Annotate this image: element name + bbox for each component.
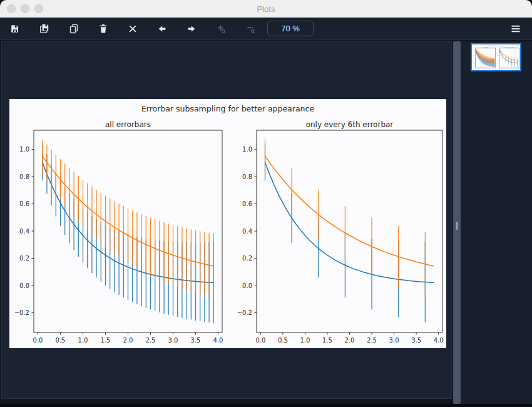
svg-text:2.0: 2.0 <box>485 68 486 70</box>
svg-text:0.6: 0.6 <box>242 200 252 207</box>
svg-text:0.2: 0.2 <box>498 60 499 61</box>
svg-text:0.8: 0.8 <box>498 53 499 54</box>
svg-text:all errorbars: all errorbars <box>105 120 151 129</box>
window-bottom-edge <box>0 404 532 407</box>
svg-text:2.5: 2.5 <box>146 337 156 344</box>
svg-text:Errorbar subsampling for bette: Errorbar subsampling for better appearan… <box>141 104 314 113</box>
errorbar-chart: Errorbar subsampling for better appearan… <box>9 99 446 348</box>
svg-text:0.4: 0.4 <box>19 228 29 235</box>
svg-text:1.0: 1.0 <box>474 49 475 51</box>
plot-list-sidebar: Errorbar subsampling for better appearan… <box>461 41 532 404</box>
arrow-right-icon <box>186 23 197 34</box>
svg-text:4.0: 4.0 <box>213 337 223 344</box>
svg-text:2.0: 2.0 <box>123 337 133 344</box>
svg-text:0.0: 0.0 <box>255 337 265 344</box>
svg-text:0.4: 0.4 <box>242 228 252 235</box>
svg-text:1.0: 1.0 <box>498 49 499 51</box>
svg-text:4.0: 4.0 <box>434 337 444 344</box>
svg-text:3.0: 3.0 <box>513 68 514 70</box>
svg-text:0.2: 0.2 <box>474 60 475 61</box>
minimize-window-button[interactable] <box>21 4 29 13</box>
svg-text:Errorbar subsampling for bette: Errorbar subsampling for better appearan… <box>487 46 505 47</box>
svg-text:0.6: 0.6 <box>498 55 499 56</box>
next-plot-button[interactable] <box>176 18 206 39</box>
svg-text:0.5: 0.5 <box>478 68 479 70</box>
svg-text:0.5: 0.5 <box>501 68 503 70</box>
titlebar: Plots <box>0 0 532 18</box>
svg-text:0.8: 0.8 <box>19 173 29 180</box>
svg-text:0.0: 0.0 <box>242 282 252 289</box>
plots-window: Plots <box>0 0 532 407</box>
svg-text:0.0: 0.0 <box>33 337 43 344</box>
svg-text:0.6: 0.6 <box>19 200 29 207</box>
svg-text:3.5: 3.5 <box>516 68 517 70</box>
svg-text:4.0: 4.0 <box>518 68 519 70</box>
copy-icon <box>68 23 79 34</box>
trash-icon <box>98 23 109 34</box>
save-button[interactable] <box>0 18 29 39</box>
window-title: Plots <box>257 4 275 14</box>
zoom-in-button[interactable] <box>206 18 235 39</box>
previous-plot-button[interactable] <box>147 18 176 39</box>
svg-text:−0.2: −0.2 <box>14 309 29 316</box>
save-all-button[interactable] <box>29 18 59 39</box>
svg-text:1.0: 1.0 <box>300 337 310 344</box>
svg-text:0.4: 0.4 <box>474 58 475 59</box>
svg-text:3.5: 3.5 <box>492 68 493 70</box>
arrow-left-icon <box>156 23 168 34</box>
maximize-window-button[interactable] <box>34 4 43 13</box>
svg-text:1.5: 1.5 <box>506 68 508 70</box>
zoom-level-input[interactable]: 70 % <box>267 21 314 36</box>
svg-text:1.5: 1.5 <box>101 337 111 344</box>
save-icon <box>9 23 21 34</box>
svg-text:0.0: 0.0 <box>499 68 500 70</box>
svg-text:1.0: 1.0 <box>19 146 29 153</box>
close-window-button[interactable] <box>7 4 16 13</box>
svg-text:−0.2: −0.2 <box>237 309 252 316</box>
svg-text:0.5: 0.5 <box>56 337 66 344</box>
svg-text:1.0: 1.0 <box>242 146 252 153</box>
svg-text:0.6: 0.6 <box>474 55 475 56</box>
toolbar: 70 % <box>0 18 532 40</box>
menu-button[interactable] <box>502 18 529 39</box>
svg-text:3.0: 3.0 <box>168 337 178 344</box>
matplotlib-figure: Errorbar subsampling for better appearan… <box>9 99 446 348</box>
zoom-out-button[interactable] <box>235 18 265 39</box>
svg-text:1.0: 1.0 <box>480 68 481 70</box>
svg-text:3.5: 3.5 <box>191 337 201 344</box>
svg-text:4.0: 4.0 <box>494 68 496 70</box>
svg-text:0.0: 0.0 <box>498 63 499 64</box>
plot-canvas-panel: Errorbar subsampling for better appearan… <box>1 41 452 399</box>
svg-text:only every 6th errorbar: only every 6th errorbar <box>306 120 394 129</box>
svg-text:1.0: 1.0 <box>504 68 505 70</box>
zoom-out-icon <box>245 23 256 34</box>
svg-text:3.0: 3.0 <box>389 337 399 344</box>
svg-text:2.5: 2.5 <box>367 337 377 344</box>
panel-splitter[interactable] <box>453 41 461 404</box>
svg-text:1.5: 1.5 <box>483 68 484 70</box>
delete-button[interactable] <box>88 18 118 39</box>
zoom-level-value: 70 % <box>281 24 300 33</box>
svg-text:1.5: 1.5 <box>322 337 332 344</box>
delete-all-button[interactable] <box>118 18 147 39</box>
svg-text:0.2: 0.2 <box>19 255 29 262</box>
zoom-in-icon <box>215 23 227 34</box>
copy-button[interactable] <box>59 18 88 39</box>
svg-text:0.4: 0.4 <box>498 58 499 59</box>
svg-text:−0.2: −0.2 <box>473 66 475 67</box>
svg-text:2.5: 2.5 <box>511 68 512 70</box>
svg-text:2.0: 2.0 <box>345 337 355 344</box>
plot-thumbnail-preview: Errorbar subsampling for better appearan… <box>473 45 519 70</box>
svg-text:0.0: 0.0 <box>475 68 476 70</box>
window-controls <box>7 0 43 18</box>
clear-all-icon <box>127 23 138 34</box>
svg-text:1.0: 1.0 <box>78 337 88 344</box>
svg-text:2.5: 2.5 <box>487 68 488 70</box>
svg-text:0.0: 0.0 <box>474 63 475 64</box>
svg-text:0.8: 0.8 <box>242 173 252 180</box>
save-all-icon <box>39 23 50 34</box>
svg-text:0.2: 0.2 <box>242 255 252 262</box>
svg-text:0.5: 0.5 <box>278 337 288 344</box>
plot-thumbnail[interactable]: Errorbar subsampling for better appearan… <box>471 43 521 71</box>
svg-text:0.0: 0.0 <box>19 282 29 289</box>
